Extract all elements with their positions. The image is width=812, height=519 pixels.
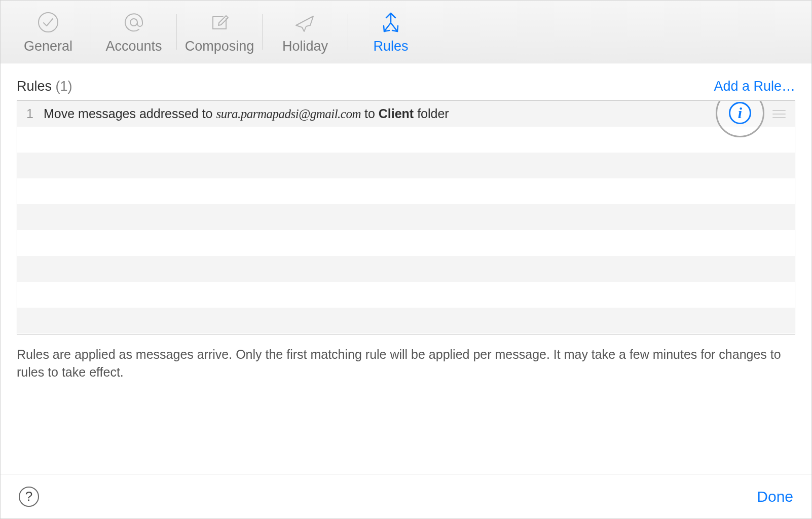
svg-point-1: [130, 19, 137, 26]
rule-text-middle: to: [361, 106, 379, 121]
tab-label: Composing: [185, 39, 254, 54]
empty-row: [17, 127, 795, 153]
tab-rules[interactable]: Rules: [348, 1, 433, 63]
tab-general[interactable]: General: [6, 1, 91, 63]
tab-composing[interactable]: Composing: [177, 1, 262, 63]
footer: ? Done: [1, 474, 811, 518]
tab-accounts[interactable]: Accounts: [91, 1, 176, 63]
tab-label: General: [24, 39, 72, 54]
header-row: Rules (1) Add a Rule…: [17, 79, 795, 94]
svg-point-0: [39, 13, 58, 32]
done-button[interactable]: Done: [757, 488, 793, 505]
rules-count: (1): [56, 79, 72, 94]
airplane-icon: [293, 9, 317, 35]
title-text: Rules: [17, 79, 52, 94]
rule-description: Move messages addressed to sura.parmapad…: [44, 106, 772, 121]
main-content: Rules (1) Add a Rule… i 1 Move messages …: [1, 63, 811, 474]
add-rule-button[interactable]: Add a Rule…: [714, 79, 795, 94]
rules-list: i 1 Move messages addressed to sura.parm…: [17, 100, 795, 335]
arrows-in-out-icon: [378, 9, 403, 35]
at-sign-icon: [122, 9, 146, 35]
toolbar: General Accounts Composing Holiday: [1, 1, 811, 63]
page-title: Rules (1): [17, 79, 72, 94]
tab-holiday[interactable]: Holiday: [263, 1, 348, 63]
compose-icon: [208, 9, 231, 35]
rule-index: 1: [26, 106, 44, 121]
empty-row: [17, 178, 795, 204]
empty-row: [17, 204, 795, 230]
rules-hint-text: Rules are applied as messages arrive. On…: [17, 346, 795, 381]
tab-label: Accounts: [105, 39, 162, 54]
empty-row: [17, 308, 795, 333]
empty-row: [17, 230, 795, 256]
empty-row: [17, 256, 795, 282]
tab-label: Holiday: [282, 39, 328, 54]
empty-row: [17, 282, 795, 308]
rule-row[interactable]: 1 Move messages addressed to sura.parmap…: [17, 101, 795, 127]
rule-actions: [772, 110, 786, 118]
drag-handle-icon[interactable]: [772, 110, 786, 118]
rule-text-suffix: folder: [414, 106, 449, 121]
empty-row: [17, 153, 795, 178]
rule-text-prefix: Move messages addressed to: [44, 106, 216, 121]
rule-folder: Client: [379, 106, 414, 121]
checkmark-circle-icon: [37, 9, 59, 35]
rule-email: sura.parmapadsi@gmail.com: [216, 107, 361, 121]
tab-label: Rules: [373, 39, 408, 54]
help-button[interactable]: ?: [19, 487, 39, 507]
